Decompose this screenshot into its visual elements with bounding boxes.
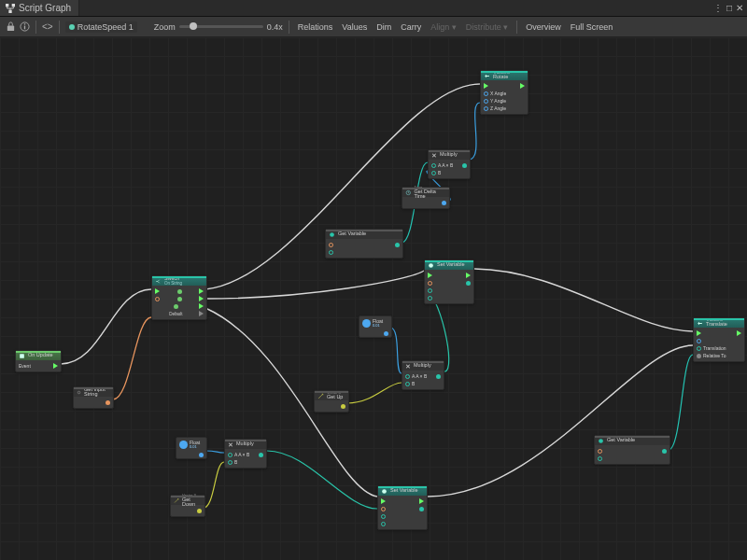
node-multiply-2[interactable]: ✕ Multiply A A × B B xyxy=(402,360,444,390)
tab-bar: Script Graph ⋮ □ ✕ xyxy=(0,0,747,17)
svg-rect-2 xyxy=(8,9,11,12)
zoom-label: Zoom xyxy=(154,22,176,32)
multiply-icon: ✕ xyxy=(405,363,411,370)
object-var-icon xyxy=(381,488,388,495)
distribute-dropdown[interactable]: Distribute ▾ xyxy=(463,21,512,34)
carry-button[interactable]: Carry xyxy=(398,21,424,34)
info-icon[interactable] xyxy=(20,21,30,32)
maximize-icon[interactable]: □ xyxy=(726,3,732,13)
align-dropdown[interactable]: Align ▾ xyxy=(428,21,459,34)
dim-button[interactable]: Dim xyxy=(374,21,394,34)
lock-icon[interactable] xyxy=(6,21,16,32)
multiply-icon: ✕ xyxy=(228,441,233,448)
svg-rect-0 xyxy=(6,4,8,7)
kebab-icon[interactable]: ⋮ xyxy=(713,3,723,13)
graph-icon xyxy=(6,4,15,13)
node-title: Set Variable xyxy=(390,488,418,494)
node-transform-translate[interactable]: Transform Translate Translation Relative… xyxy=(693,317,745,362)
node-title: Get Variable xyxy=(607,438,635,443)
node-title: Multiply xyxy=(414,363,431,369)
node-title: On Update xyxy=(28,353,53,358)
node-multiply-1[interactable]: ✕ Multiply A A × B B xyxy=(428,149,471,179)
object-var-icon xyxy=(428,262,434,269)
float-icon xyxy=(362,319,371,328)
node-vector3-up[interactable]: Vector 3 Get Up xyxy=(314,390,349,413)
node-title: Get Up xyxy=(327,395,343,400)
svg-point-12 xyxy=(599,439,603,443)
node-title: Multiply xyxy=(236,441,254,447)
svg-rect-5 xyxy=(24,26,25,30)
toolbar: <> RotateSpeed 1 Zoom 0.4x Relations Val… xyxy=(0,17,747,37)
clock-icon xyxy=(405,189,412,196)
value-out[interactable] xyxy=(395,243,400,247)
multiply-icon: ✕ xyxy=(431,152,437,159)
node-get-variable[interactable]: Get Variable xyxy=(325,229,403,259)
fullscreen-button[interactable]: Full Screen xyxy=(568,21,616,34)
svg-rect-1 xyxy=(12,4,15,7)
node-get-delta-time[interactable]: Time Get Delta Time xyxy=(402,187,450,209)
node-switch-on-string[interactable]: Switch On String Default xyxy=(151,275,207,320)
breadcrumb[interactable]: RotateSpeed 1 xyxy=(65,21,137,33)
zoom-slider[interactable] xyxy=(179,25,263,28)
node-multiply-3[interactable]: ✕ Multiply A A × B B xyxy=(224,439,267,469)
node-on-update[interactable]: On Update Event xyxy=(15,350,62,372)
transform-icon xyxy=(697,320,703,327)
object-var-icon xyxy=(329,231,335,238)
svg-point-8 xyxy=(330,232,334,237)
node-set-variable-1[interactable]: Set Variable xyxy=(424,259,474,304)
svg-rect-6 xyxy=(24,23,25,24)
zoom-value: 0.4x xyxy=(267,22,283,32)
graph-canvas[interactable]: On Update Event Get Input String Switch … xyxy=(0,37,747,560)
breadcrumb-label: RotateSpeed 1 xyxy=(78,22,134,32)
node-vector3-down[interactable]: Vector 3 Get Down xyxy=(170,495,205,517)
value-out[interactable] xyxy=(106,400,110,405)
switch-icon xyxy=(155,278,162,285)
vector-icon xyxy=(174,497,179,504)
node-transform-rotate[interactable]: Transform Rotate X Angle Y Angle Z Angle xyxy=(480,70,529,115)
overview-button[interactable]: Overview xyxy=(523,21,564,34)
svg-point-10 xyxy=(429,263,433,268)
node-title: Rotate xyxy=(493,75,510,80)
float-icon xyxy=(179,441,188,449)
tab-label: Script Graph xyxy=(19,3,71,13)
code-icon[interactable]: <> xyxy=(42,21,53,32)
node-title: Get Variable xyxy=(338,231,366,237)
node-get-input-string[interactable]: Get Input String xyxy=(73,386,114,409)
transform-icon xyxy=(484,73,490,79)
vector-icon xyxy=(317,393,324,399)
object-variable-icon xyxy=(69,24,75,30)
node-get-variable-2[interactable]: Get Variable xyxy=(594,435,670,465)
relations-button[interactable]: Relations xyxy=(295,21,336,34)
node-title: Multiply xyxy=(440,152,458,158)
node-float-2[interactable]: Float 0.01 xyxy=(176,437,207,459)
node-float-1[interactable]: Float 0.01 xyxy=(359,315,392,338)
node-set-variable-2[interactable]: Set Variable xyxy=(377,485,428,530)
svg-point-11 xyxy=(382,489,387,494)
tab-script-graph[interactable]: Script Graph xyxy=(0,0,79,16)
object-var-icon xyxy=(598,438,604,444)
wires-layer xyxy=(0,37,747,560)
svg-rect-3 xyxy=(7,26,14,31)
link-icon xyxy=(77,389,81,396)
node-title: Translate xyxy=(706,322,727,328)
flow-out[interactable] xyxy=(53,363,58,369)
svg-rect-7 xyxy=(20,354,24,358)
event-icon xyxy=(19,353,25,359)
close-icon[interactable]: ✕ xyxy=(736,3,743,13)
values-button[interactable]: Values xyxy=(339,21,370,34)
node-title: Set Variable xyxy=(437,262,465,268)
